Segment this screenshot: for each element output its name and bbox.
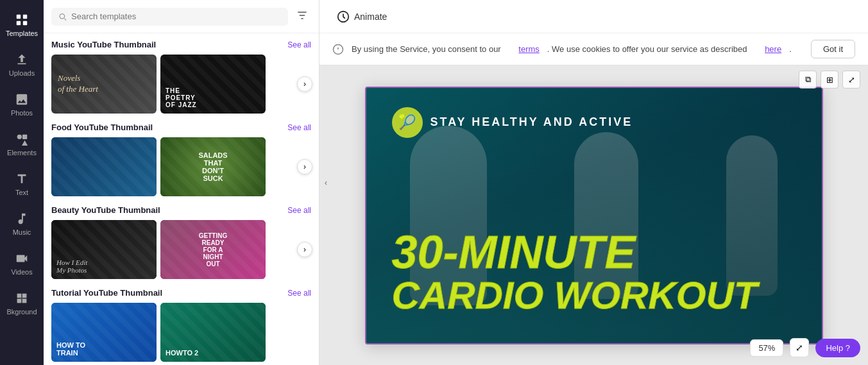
cookie-here-link[interactable]: here bbox=[765, 44, 781, 54]
cookie-period: . bbox=[789, 44, 792, 54]
svg-rect-5 bbox=[22, 135, 27, 139]
category-food: Food YouTube Thumbnail See all SALADSTHA… bbox=[44, 116, 319, 199]
tutorial-thumb-2[interactable]: Howto 2 bbox=[160, 303, 266, 362]
category-food-header: Food YouTube Thumbnail See all bbox=[51, 123, 311, 132]
sidebar-item-label: Music bbox=[13, 228, 31, 236]
beauty-next-button[interactable]: › bbox=[297, 242, 312, 257]
sidebar-item-label: Elements bbox=[7, 149, 37, 157]
sidebar-item-photos[interactable]: Photos bbox=[0, 86, 44, 123]
music-icon bbox=[15, 212, 29, 226]
video-icon bbox=[15, 251, 29, 266]
sidebar-item-music[interactable]: Music bbox=[0, 205, 44, 242]
sidebar-item-label: Videos bbox=[11, 268, 32, 276]
beauty-thumb-2-label: GETTINGREADYFOR ANIGHTOUT bbox=[199, 232, 227, 267]
cookie-terms-link[interactable]: terms bbox=[518, 44, 540, 54]
music-thumb-1[interactable]: Novelsof the Heart bbox=[51, 55, 157, 114]
tutorial-thumb-1-label: HOW TOTRAIN bbox=[56, 341, 151, 357]
search-input[interactable] bbox=[71, 12, 282, 21]
info-icon bbox=[332, 44, 344, 55]
canvas-wrap: 🎾 STAY HEALTHY AND ACTIVE 30-MINUTE CARD… bbox=[319, 65, 868, 365]
expand-button[interactable]: ⤢ bbox=[790, 338, 809, 357]
canvas-resize-button[interactable]: ⊞ bbox=[821, 71, 838, 89]
sidebar-item-label: Photos bbox=[11, 109, 33, 117]
category-tutorial-title: Tutorial YouTube Thumbnail bbox=[51, 288, 162, 298]
beauty-thumb-2[interactable]: GETTINGREADYFOR ANIGHTOUT bbox=[160, 220, 266, 279]
tutorial-thumb-2-label: Howto 2 bbox=[166, 349, 260, 357]
zoom-indicator: 57% bbox=[750, 339, 783, 357]
cookie-middle-text: . We use cookies to offer you our servic… bbox=[547, 44, 747, 54]
sidebar-item-background[interactable]: Bkground bbox=[0, 285, 44, 322]
filter-icon bbox=[296, 9, 309, 22]
food-thumb-2[interactable]: SALADSTHATDON'TSUCK bbox=[160, 137, 266, 196]
help-button[interactable]: Help ? bbox=[815, 339, 860, 357]
tutorial-thumb-row: HOW TOTRAIN Howto 2 bbox=[51, 303, 311, 362]
category-music-header: Music YouTube Thumbnail See all bbox=[51, 40, 311, 49]
animate-button[interactable]: Animate bbox=[330, 6, 393, 28]
category-music: Music YouTube Thumbnail See all Novelsof… bbox=[44, 33, 319, 116]
templates-scroll: Music YouTube Thumbnail See all Novelsof… bbox=[44, 33, 319, 365]
category-beauty-header: Beauty YouTube Thumbnail See all bbox=[51, 205, 311, 215]
see-all-tutorial[interactable]: See all bbox=[287, 289, 311, 298]
music-thumb-2[interactable]: THEPOETRYOF JAZZ bbox=[160, 55, 266, 114]
cookie-text: By using the Service, you consent to our bbox=[352, 44, 501, 54]
svg-rect-2 bbox=[17, 21, 21, 25]
food-thumb-2-label: SALADSTHATDON'TSUCK bbox=[198, 151, 227, 182]
search-input-wrap[interactable] bbox=[51, 8, 288, 26]
bottom-bar: 57% ⤢ Help ? bbox=[750, 338, 860, 357]
top-toolbar: Animate bbox=[319, 0, 868, 33]
main-canvas-area: Animate By using the Service, you consen… bbox=[319, 0, 868, 365]
got-it-button[interactable]: Got it bbox=[811, 40, 855, 58]
food-thumb-row: SALADSTHATDON'TSUCK › bbox=[51, 137, 311, 196]
upload-icon bbox=[15, 53, 29, 67]
filter-button[interactable] bbox=[293, 6, 311, 26]
sidebar: Templates Uploads Photos Elements Text M… bbox=[0, 0, 44, 365]
sidebar-item-label: Bkground bbox=[6, 308, 37, 316]
text-icon bbox=[15, 172, 29, 186]
sidebar-item-elements[interactable]: Elements bbox=[0, 126, 44, 163]
music-next-button[interactable]: › bbox=[297, 76, 312, 92]
search-icon bbox=[58, 12, 67, 22]
canvas-copy-button[interactable]: ⧉ bbox=[799, 71, 817, 89]
beauty-thumb-row: How I EditMy Photos GETTINGREADYFOR ANIG… bbox=[51, 220, 311, 279]
beauty-thumb-1[interactable]: How I EditMy Photos bbox=[51, 220, 157, 279]
collapse-panel-button[interactable]: ‹ bbox=[319, 164, 332, 202]
canvas-line1: 30-MINUTE bbox=[392, 232, 796, 273]
search-bar bbox=[44, 0, 319, 33]
beauty-thumb-1-label: How I EditMy Photos bbox=[56, 259, 87, 274]
animate-label: Animate bbox=[354, 12, 387, 22]
background-icon bbox=[15, 291, 29, 305]
grid-icon bbox=[15, 13, 29, 27]
category-beauty-title: Beauty YouTube Thumbnail bbox=[51, 205, 160, 215]
canvas-logo: 🎾 STAY HEALTHY AND ACTIVE bbox=[392, 107, 633, 138]
svg-point-4 bbox=[17, 135, 22, 139]
sidebar-item-label: Uploads bbox=[9, 69, 35, 77]
canvas-line2: CARDIO WORKOUT bbox=[392, 273, 796, 318]
sidebar-item-templates[interactable]: Templates bbox=[0, 6, 44, 44]
sidebar-item-label: Text bbox=[15, 189, 28, 196]
canvas-image[interactable]: 🎾 STAY HEALTHY AND ACTIVE 30-MINUTE CARD… bbox=[365, 87, 823, 344]
see-all-food[interactable]: See all bbox=[287, 123, 311, 132]
category-tutorial: Tutorial YouTube Thumbnail See all HOW T… bbox=[44, 282, 319, 364]
canvas-toolbar: ⧉ ⊞ ⤢ bbox=[799, 71, 860, 89]
category-music-title: Music YouTube Thumbnail bbox=[51, 40, 156, 49]
see-all-beauty[interactable]: See all bbox=[287, 206, 311, 215]
logo-circle: 🎾 bbox=[392, 107, 423, 138]
sidebar-item-uploads[interactable]: Uploads bbox=[0, 46, 44, 83]
music-thumb-row: Novelsof the Heart THEPOETRYOF JAZZ › bbox=[51, 55, 311, 114]
category-tutorial-header: Tutorial YouTube Thumbnail See all bbox=[51, 288, 311, 298]
svg-rect-1 bbox=[23, 15, 27, 19]
canvas-fullscreen-button[interactable]: ⤢ bbox=[842, 71, 860, 89]
see-all-music[interactable]: See all bbox=[287, 40, 311, 49]
photo-icon bbox=[15, 92, 29, 106]
animate-icon bbox=[336, 10, 350, 24]
food-next-button[interactable]: › bbox=[297, 159, 312, 174]
canvas-main-text: 30-MINUTE CARDIO WORKOUT bbox=[392, 232, 796, 318]
tutorial-thumb-1[interactable]: HOW TOTRAIN bbox=[51, 303, 157, 362]
svg-rect-0 bbox=[17, 15, 21, 19]
category-beauty: Beauty YouTube Thumbnail See all How I E… bbox=[44, 199, 319, 282]
sidebar-item-text[interactable]: Text bbox=[0, 166, 44, 203]
sidebar-item-videos[interactable]: Videos bbox=[0, 245, 44, 282]
category-food-title: Food YouTube Thumbnail bbox=[51, 123, 153, 132]
templates-panel: Music YouTube Thumbnail See all Novelsof… bbox=[44, 0, 319, 365]
food-thumb-1[interactable] bbox=[51, 137, 157, 196]
